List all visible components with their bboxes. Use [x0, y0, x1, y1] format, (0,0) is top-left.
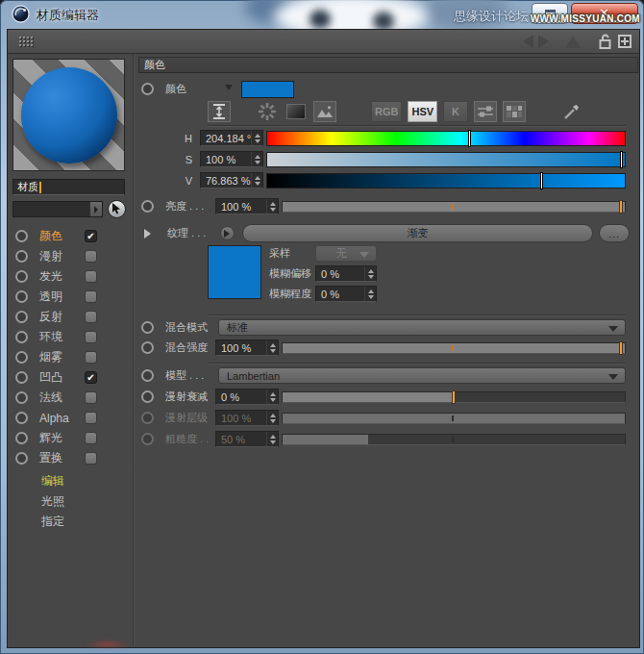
channel-checkbox[interactable] — [85, 391, 97, 404]
channel-checkbox[interactable] — [85, 290, 97, 303]
texture-preview[interactable] — [208, 245, 261, 299]
eyedropper-button[interactable] — [560, 101, 583, 122]
nav-back-icon[interactable] — [523, 35, 533, 48]
color-radio-icon[interactable] — [141, 83, 154, 95]
diffuse-falloff-field[interactable]: 0 % — [215, 389, 279, 405]
diffuse-falloff-spinner[interactable] — [266, 390, 278, 404]
value-slider-marker[interactable] — [540, 172, 543, 189]
hsv-mode-button[interactable]: HSV — [408, 101, 437, 122]
texture-browse-button[interactable]: ... — [599, 224, 630, 242]
channel-radio-icon[interactable] — [15, 432, 28, 444]
mix-strength-slider[interactable] — [282, 342, 626, 354]
saturation-field[interactable]: 100 % — [200, 151, 263, 167]
drag-grip-icon[interactable] — [18, 36, 35, 48]
texture-menu-button[interactable] — [220, 226, 235, 240]
channel-radio-icon[interactable] — [15, 371, 28, 384]
channel-radio-icon[interactable] — [15, 311, 28, 323]
channel-radio-icon[interactable] — [15, 412, 28, 424]
saturation-gradient-slider[interactable] — [266, 152, 626, 167]
pick-material-button[interactable] — [108, 200, 126, 218]
sidebar-channel-漫射[interactable]: 漫射 — [12, 246, 133, 266]
sidebar-channel-发光[interactable]: 发光 — [12, 266, 133, 287]
texture-expander-icon[interactable] — [144, 229, 156, 239]
channel-radio-icon[interactable] — [15, 331, 28, 343]
hue-spinner[interactable] — [251, 131, 262, 145]
sidebar-channel-凹凸[interactable]: 凹凸✔ — [12, 367, 133, 388]
compact-mode-button[interactable] — [208, 101, 231, 122]
value-gradient-slider[interactable] — [266, 173, 626, 189]
color-wheel-button[interactable] — [256, 101, 279, 122]
mix-strength-field[interactable]: 100 % — [215, 340, 279, 356]
value-spinner[interactable] — [251, 173, 262, 188]
image-button[interactable] — [313, 101, 336, 122]
diffuse-falloff-slider[interactable] — [282, 391, 626, 403]
channel-radio-icon[interactable] — [15, 452, 28, 465]
nav-up-icon[interactable] — [565, 36, 581, 48]
saturation-slider-marker[interactable] — [620, 151, 623, 168]
channel-checkbox[interactable]: ✔ — [85, 230, 97, 242]
channel-radio-icon[interactable] — [15, 351, 28, 364]
sidebar-channel-颜色[interactable]: 颜色✔ — [12, 226, 133, 246]
sidebar-channel-反射[interactable]: 反射 — [12, 307, 133, 327]
sidebar-channel-环境[interactable]: 环境 — [12, 327, 133, 347]
swatches-button[interactable] — [503, 101, 526, 122]
mix-mode-dropdown[interactable]: 标准 — [218, 319, 626, 336]
sidebar-channel-Alpha[interactable]: Alpha — [12, 408, 133, 428]
shader-dropdown-button[interactable] — [89, 202, 102, 216]
sidebar-page-指定[interactable]: 指定 — [12, 512, 133, 532]
sidebar-channel-法线[interactable]: 法线 — [12, 388, 133, 408]
brightness-slider-handle[interactable] — [619, 200, 623, 214]
channel-radio-icon[interactable] — [15, 270, 28, 283]
sidebar-page-编辑[interactable]: 编辑 — [12, 471, 133, 491]
model-radio-icon[interactable] — [141, 369, 154, 382]
rgb-mode-button[interactable]: RGB — [371, 101, 402, 122]
sidebar-channel-辉光[interactable]: 辉光 — [12, 428, 133, 448]
diffuse-falloff-radio-icon[interactable] — [141, 390, 154, 403]
model-dropdown[interactable]: Lambertian — [218, 367, 626, 384]
blur-scale-field[interactable]: 0 % — [315, 286, 377, 302]
lock-icon[interactable] — [599, 34, 611, 49]
channel-radio-icon[interactable] — [15, 391, 28, 404]
channel-radio-icon[interactable] — [15, 290, 28, 303]
channel-checkbox[interactable] — [85, 432, 97, 444]
channel-checkbox[interactable] — [85, 412, 97, 424]
sidebar-channel-透明[interactable]: 透明 — [12, 287, 133, 307]
channel-checkbox[interactable] — [85, 311, 97, 323]
saturation-spinner[interactable] — [251, 152, 262, 166]
nav-forward-icon[interactable] — [538, 35, 549, 48]
blur-scale-spinner[interactable] — [364, 287, 376, 301]
mixer-button[interactable] — [474, 101, 497, 122]
channel-radio-icon[interactable] — [15, 250, 28, 263]
sidebar-page-光照[interactable]: 光照 — [12, 491, 133, 512]
mix-mode-radio-icon[interactable] — [141, 321, 154, 334]
hue-gradient-slider[interactable] — [266, 131, 626, 146]
blur-offset-field[interactable]: 0 % — [315, 265, 377, 282]
titlebar[interactable]: 材质编辑器 思缘设计论坛 ✕ WWW.MISSYUAN.COM — [0, 0, 644, 29]
brightness-slider[interactable] — [282, 201, 626, 213]
material-preview[interactable] — [12, 59, 125, 171]
brightness-radio-icon[interactable] — [141, 200, 154, 213]
mix-strength-radio-icon[interactable] — [141, 341, 154, 354]
sidebar-channel-置换[interactable]: 置换 — [12, 448, 133, 468]
blur-offset-spinner[interactable] — [364, 266, 376, 281]
sidebar-channel-烟雾[interactable]: 烟雾 — [12, 347, 133, 367]
brightness-spinner[interactable] — [266, 199, 278, 214]
swatch-expander-icon[interactable] — [225, 85, 233, 94]
k-mode-button[interactable]: K — [443, 101, 468, 122]
mix-strength-slider-handle[interactable] — [619, 341, 623, 355]
channel-checkbox[interactable]: ✔ — [85, 371, 97, 384]
spectrum-button[interactable] — [285, 101, 308, 122]
value-field[interactable]: 76.863 % — [200, 172, 263, 189]
material-name-input[interactable]: 材质 — [12, 179, 125, 195]
hue-field[interactable]: 204.184 ° — [200, 130, 263, 146]
brightness-field[interactable]: 100 % — [215, 198, 279, 214]
shader-dropdown[interactable] — [12, 201, 103, 217]
channel-radio-icon[interactable] — [15, 230, 28, 242]
add-tab-icon[interactable] — [618, 35, 632, 48]
channel-checkbox[interactable] — [85, 331, 97, 343]
channel-checkbox[interactable] — [85, 250, 97, 263]
diffuse-falloff-slider-handle[interactable] — [452, 390, 456, 404]
channel-checkbox[interactable] — [85, 351, 97, 364]
mix-strength-spinner[interactable] — [266, 340, 278, 355]
color-swatch[interactable] — [241, 81, 294, 98]
